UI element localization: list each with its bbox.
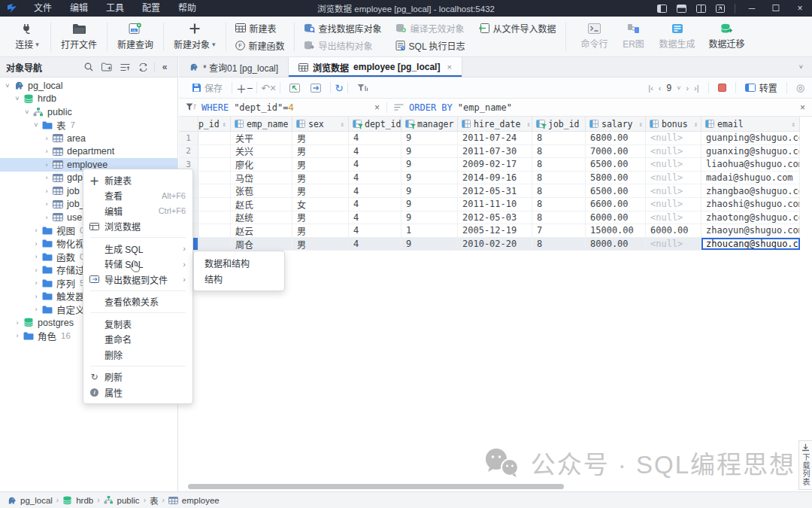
submenu-item-structure[interactable]: 结构: [194, 271, 284, 287]
tab-browse-employee[interactable]: 浏览数据 employee [pg_local] ×: [289, 57, 462, 77]
menu-item-new-table[interactable]: ＋ 新建表: [83, 172, 192, 188]
grid-cell[interactable]: 8: [532, 172, 586, 184]
grid-cell[interactable]: <null>: [646, 198, 701, 211]
expand-arrow-icon[interactable]: ˅: [23, 108, 32, 116]
grid-cell[interactable]: guanping@shuguo.com: [701, 132, 800, 144]
clear-where-icon[interactable]: ×: [374, 102, 380, 113]
data-generate-button[interactable]: 数据生成: [653, 19, 702, 55]
grid-cell[interactable]: 男: [292, 145, 349, 158]
grid-cell[interactable]: 4: [349, 145, 401, 158]
column-header-sex[interactable]: sex⇕: [292, 117, 349, 131]
er-diagram-button[interactable]: ER图: [615, 19, 653, 55]
grid-cell[interactable]: liaohua@shuguo.com: [701, 158, 800, 171]
menu-edit[interactable]: 编辑: [61, 0, 97, 17]
table-row-selected[interactable]: 9 周仓 男 4 9 2010-02-20 8 8000.00 <null> z…: [179, 238, 800, 251]
clear-order-icon[interactable]: ×: [800, 102, 805, 113]
grid-cell[interactable]: <null>: [646, 211, 701, 224]
grid-cell[interactable]: 9: [401, 184, 458, 197]
grid-cell[interactable]: 2011-07-30: [458, 145, 532, 158]
expand-arrow-icon[interactable]: ›: [32, 227, 41, 234]
menu-help[interactable]: 帮助: [169, 0, 205, 17]
page-size-value[interactable]: 9: [666, 83, 671, 93]
grid-cell[interactable]: <null>: [646, 145, 701, 158]
table-row[interactable]: 6 赵氏 女 4 9 2011-11-10 8 6600.00 <null> z…: [179, 198, 800, 211]
grid-cell[interactable]: 6800.00: [586, 132, 646, 144]
expand-arrow-icon[interactable]: ›: [32, 279, 41, 287]
tab-query01[interactable]: * 查询01 [pg_local]: [179, 57, 289, 77]
menu-config[interactable]: 配置: [133, 0, 169, 17]
grid-cell[interactable]: 9: [401, 172, 458, 184]
table-row[interactable]: 2 关兴 男 4 9 2011-07-30 8 7000.00 <null> g…: [179, 145, 800, 159]
grid-cell[interactable]: 6500.00: [586, 158, 646, 171]
download-list-panel[interactable]: 下载列表: [798, 440, 812, 490]
filter-sort-icon[interactable]: [357, 84, 368, 93]
grid-cell[interactable]: 2011-11-10: [458, 198, 532, 211]
grid-cell[interactable]: 9: [401, 211, 458, 224]
grid-cell[interactable]: 7000.00: [586, 145, 646, 158]
column-header-salary[interactable]: salary⇕: [586, 117, 646, 131]
column-header-hire-date[interactable]: hire_date⇕: [458, 117, 532, 131]
compile-invalid-button[interactable]: 编译无效对象: [395, 21, 465, 35]
grid-cell-selected[interactable]: zhoucang@shuguo.com: [701, 238, 800, 251]
grid-cell[interactable]: 8: [532, 184, 586, 197]
table-row[interactable]: 5 张苞 男 4 9 2012-05-31 8 6500.00 <null> z…: [179, 184, 800, 198]
expand-arrow-icon[interactable]: ›: [32, 306, 41, 313]
grid-cell[interactable]: <null>: [646, 184, 701, 197]
grid-cell[interactable]: <null>: [646, 158, 701, 171]
column-header-emp-name[interactable]: emp_name˄: [231, 117, 292, 131]
transpose-button[interactable]: 转置: [745, 81, 777, 94]
grid-cell[interactable]: 9: [401, 132, 458, 144]
grid-cell[interactable]: 15000.00: [586, 224, 646, 237]
grid-cell[interactable]: 6000.00: [586, 211, 646, 224]
grid-cell[interactable]: 男: [292, 211, 349, 224]
search-icon[interactable]: [80, 62, 97, 71]
grid-cell[interactable]: 女: [292, 198, 349, 211]
grid-cell[interactable]: 张苞: [231, 184, 292, 197]
menu-item-copy-table[interactable]: 复制表: [83, 316, 192, 332]
menu-item-rename[interactable]: 重命名: [83, 332, 192, 348]
expand-arrow-icon[interactable]: ›: [42, 161, 51, 169]
sort-icon[interactable]: ⇕: [223, 120, 226, 128]
grid-cell[interactable]: 4: [349, 184, 401, 197]
sync-icon[interactable]: [135, 63, 151, 71]
grid-cell[interactable]: 8: [532, 238, 586, 251]
menu-item-delete[interactable]: 删除: [83, 347, 192, 363]
grid-cell[interactable]: 2010-02-20: [458, 238, 532, 251]
maximize-button[interactable]: ☐: [764, 0, 788, 17]
tree-item-hrdb[interactable]: ˅ hrdb: [0, 93, 177, 106]
grid-cell[interactable]: 4: [349, 172, 401, 184]
grid-cell[interactable]: zhangbao@shuguo.com: [701, 184, 800, 197]
expand-arrow-icon[interactable]: ›: [42, 187, 51, 195]
sort-icon[interactable]: ⇕: [526, 120, 530, 128]
table-row[interactable]: 8 赵云 男 4 1 2005-12-19 7 15000.00 6000.00…: [179, 224, 800, 238]
grid-cell[interactable]: [198, 238, 231, 251]
column-header-email[interactable]: email⇕: [701, 117, 800, 131]
new-folder-icon[interactable]: [98, 62, 115, 71]
grid-cell[interactable]: 周仓: [231, 238, 292, 251]
grid-cell[interactable]: 8: [532, 145, 586, 158]
expand-arrow-icon[interactable]: ˅: [32, 121, 41, 129]
column-header-manager[interactable]: manager⇕: [401, 117, 458, 131]
grid-cell[interactable]: 6600.00: [586, 198, 646, 211]
grid-cell[interactable]: 赵云: [231, 224, 292, 237]
order-by-filter[interactable]: ORDER BY "emp_name" ×: [386, 102, 812, 113]
tab-list-chevron-icon[interactable]: ˅: [799, 63, 812, 71]
commit-icon[interactable]: [289, 84, 300, 93]
connect-button[interactable]: 连接▾: [6, 19, 48, 55]
grid-cell[interactable]: 4: [349, 224, 401, 237]
sql-log-button[interactable]: SQL 执行日志: [395, 38, 465, 52]
grid-cell[interactable]: 9: [401, 158, 458, 171]
grid-cell[interactable]: 赵统: [231, 211, 292, 224]
column-header-job-id[interactable]: job_id⇕: [532, 117, 586, 131]
grid-cell[interactable]: 男: [292, 158, 349, 171]
column-header-bonus[interactable]: bonus⇕: [646, 117, 701, 131]
column-header-p-id[interactable]: p_id⇕: [198, 117, 231, 131]
grid-cell[interactable]: zhaotong@shuguo.com: [701, 211, 800, 224]
grid-cell[interactable]: [198, 172, 231, 184]
command-line-button[interactable]: 命令行: [574, 19, 615, 55]
expand-arrow-icon[interactable]: ›: [32, 240, 41, 248]
breadcrumb-connection[interactable]: pg_local: [20, 496, 53, 505]
breadcrumb-database[interactable]: hrdb: [76, 496, 93, 505]
grid-cell[interactable]: 1: [401, 224, 458, 237]
menu-item-edit[interactable]: 编辑 Ctrl+F6: [83, 203, 192, 219]
